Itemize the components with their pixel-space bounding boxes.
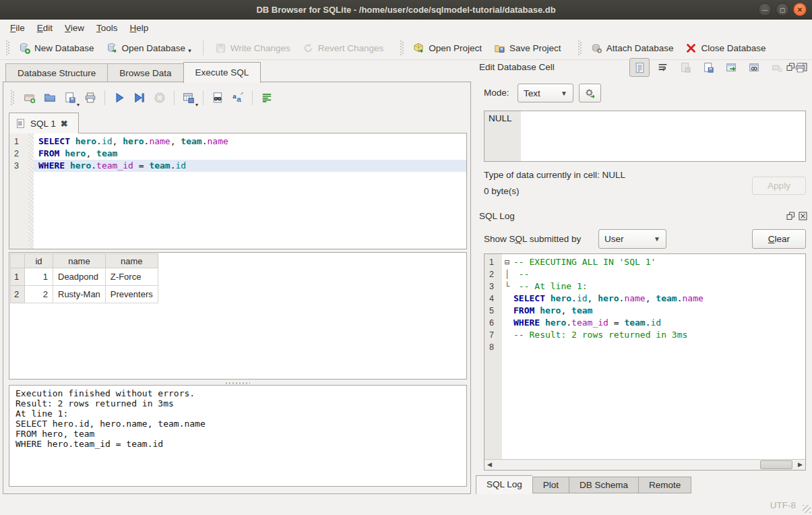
format-lines-button[interactable]	[257, 88, 277, 107]
close-panel-icon[interactable]	[799, 212, 807, 220]
write-changes-button[interactable]: Write Changes	[209, 39, 296, 57]
scrollbar-track[interactable]	[495, 460, 795, 470]
menu-tools[interactable]: Tools	[90, 21, 124, 35]
table-cell[interactable]: Rusty-Man	[53, 286, 106, 303]
dock-tab-plot[interactable]: Plot	[532, 477, 569, 493]
toolbar-drag-handle[interactable]	[11, 90, 14, 105]
attach-database-button[interactable]: Attach Database	[585, 39, 680, 57]
code-line[interactable]: 3└ -- At line 1:	[485, 280, 805, 293]
new-sql-tab-button[interactable]	[20, 88, 40, 107]
text-mode-button[interactable]	[629, 58, 650, 77]
new-database-button[interactable]: New Database	[13, 39, 100, 57]
execute-all-button[interactable]	[109, 88, 129, 107]
code-line[interactable]: 4SELECT hero.id, hero.name, team.name	[485, 293, 805, 305]
set-null-button[interactable]	[767, 58, 787, 77]
menu-help[interactable]: Help	[124, 21, 155, 35]
apply-button[interactable]: Apply	[752, 177, 806, 195]
dock-tab-remote[interactable]: Remote	[638, 477, 691, 493]
column-header[interactable]: id	[25, 254, 53, 268]
code-line[interactable]: 7-- Result: 2 rows returned in 3ms	[485, 329, 805, 341]
print-cell-button[interactable]	[790, 58, 810, 77]
toolbar-label: Attach Database	[606, 43, 674, 53]
table-row[interactable]: 22Rusty-ManPreventers	[11, 286, 158, 303]
find-replace-button[interactable]	[208, 88, 228, 107]
sql-log-filter-select[interactable]: User ▼	[598, 229, 666, 249]
clear-log-button[interactable]: Clear	[752, 229, 806, 249]
stop-button[interactable]	[150, 88, 170, 107]
code-line[interactable]: 1SELECT hero.id, hero.name, team.name	[9, 135, 466, 148]
maximize-button[interactable]: ▢	[776, 3, 789, 16]
line-number: 6	[485, 317, 502, 329]
table-cell[interactable]: 2	[25, 286, 53, 303]
sql-editor[interactable]: 1SELECT hero.id, hero.name, team.name2FR…	[9, 133, 467, 249]
execute-current-line-button[interactable]	[129, 88, 150, 107]
table-cell[interactable]: Deadpond	[53, 268, 106, 286]
sql-log-content[interactable]: 1⊟-- EXECUTING ALL IN 'SQL 1'2│ --3└ -- …	[485, 254, 805, 459]
open-database-button[interactable]: Open Database ▾	[100, 39, 197, 57]
link-cell-button[interactable]	[744, 58, 764, 77]
sql-document-tab[interactable]: SQL 1 ✖	[9, 113, 79, 133]
table-cell[interactable]: Preventers	[105, 286, 158, 303]
open-sql-file-button[interactable]	[40, 88, 60, 107]
execution-message-panel[interactable]: Execution finished without errors.Result…	[9, 385, 467, 487]
close-tab-icon[interactable]: ✖	[61, 119, 68, 129]
dock-tab-sql-log[interactable]: SQL Log	[476, 475, 532, 494]
minimize-button[interactable]: —	[758, 3, 772, 16]
column-header[interactable]: name	[53, 254, 106, 268]
code-line[interactable]: 8	[485, 341, 805, 353]
fold-marker-icon[interactable]: ⊟	[502, 256, 512, 268]
save-results-button[interactable]: ▾	[179, 88, 199, 107]
open-file-in-cell-button[interactable]	[675, 58, 695, 77]
export-cell-button[interactable]	[721, 58, 741, 77]
code-line[interactable]: 6WHERE hero.team_id = team.id	[485, 317, 805, 329]
table-cell[interactable]: Z-Force	[105, 268, 158, 286]
open-project-button[interactable]: Open Project	[407, 39, 488, 57]
menu-view[interactable]: View	[59, 21, 90, 35]
code-line[interactable]: 2│ --	[485, 268, 805, 280]
scroll-right-icon[interactable]: ▶	[795, 460, 805, 470]
toolbar-drag-handle[interactable]	[578, 40, 582, 55]
float-panel-icon[interactable]	[786, 212, 795, 220]
close-database-button[interactable]: Close Database	[679, 39, 772, 57]
title-bar[interactable]: DB Browser for SQLite - /home/user/code/…	[0, 0, 812, 20]
row-number[interactable]: 2	[11, 286, 25, 303]
toolbar-drag-handle[interactable]	[400, 40, 404, 55]
code-line[interactable]: 1⊟-- EXECUTING ALL IN 'SQL 1'	[485, 256, 805, 268]
scrollbar-thumb[interactable]	[760, 460, 792, 469]
horizontal-scrollbar[interactable]: ◀ ▶	[485, 459, 805, 470]
table-cell[interactable]: 1	[25, 268, 53, 286]
close-button[interactable]: ✕	[793, 3, 807, 16]
save-results-dropdown-caret[interactable]: ▾	[195, 102, 198, 108]
toolbar-drag-handle[interactable]	[6, 40, 9, 55]
print-button[interactable]	[80, 88, 100, 107]
code-line[interactable]: 5FROM hero, team	[485, 305, 805, 317]
dock-tab-db-schema[interactable]: DB Schema	[569, 477, 638, 493]
column-header[interactable]: name	[105, 254, 158, 268]
tab-execute-sql[interactable]: Execute SQL	[183, 62, 261, 83]
mode-select[interactable]: Text ▼	[518, 84, 573, 102]
scroll-left-icon[interactable]: ◀	[485, 460, 495, 470]
import-save-cell-button[interactable]	[698, 58, 718, 77]
row-number[interactable]: 1	[11, 268, 25, 286]
code-line[interactable]: 3WHERE hero.team_id = team.id	[9, 160, 466, 172]
resize-grip-icon[interactable]	[803, 505, 811, 513]
menu-edit[interactable]: Edit	[31, 21, 59, 35]
open-database-dropdown-caret[interactable]: ▾	[188, 47, 191, 54]
corner-header[interactable]	[11, 254, 25, 268]
code-line[interactable]: 2FROM hero, team	[9, 148, 466, 160]
menu-file[interactable]: File	[4, 21, 31, 35]
tab-database-structure[interactable]: Database Structure	[5, 63, 107, 82]
save-project-button[interactable]: Save Project	[488, 39, 567, 57]
toolbar-label: Open Database	[122, 43, 186, 53]
save-sql-dropdown-caret[interactable]: ▾	[77, 102, 80, 108]
encoding-indicator[interactable]: UTF-8	[770, 500, 796, 510]
revert-changes-button[interactable]: Revert Changes	[296, 39, 390, 57]
menu-bar: File Edit View Tools Help	[0, 20, 812, 36]
word-wrap-button[interactable]	[652, 58, 673, 77]
cell-settings-button[interactable]	[579, 84, 601, 102]
save-sql-file-button[interactable]: ▾	[60, 88, 80, 107]
cell-value-editor[interactable]: NULL	[484, 111, 806, 162]
tab-browse-data[interactable]: Browse Data	[107, 63, 183, 82]
table-row[interactable]: 11DeadpondZ-Force	[11, 268, 158, 286]
autocomplete-button[interactable]: aa	[228, 88, 248, 107]
